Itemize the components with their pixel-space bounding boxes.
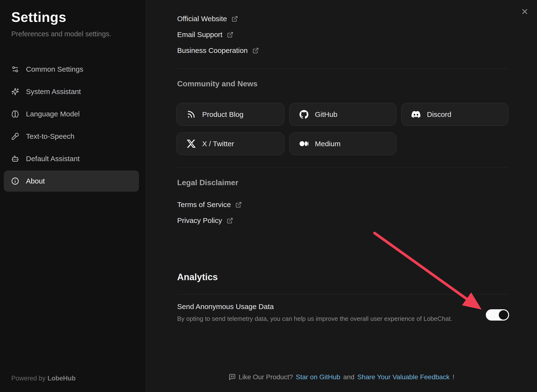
sidebar-item-common-settings[interactable]: Common Settings	[4, 59, 139, 80]
mic-icon	[11, 133, 19, 140]
close-button[interactable]	[520, 6, 530, 17]
sidebar-menu: Common Settings System Assistant Languag…	[4, 59, 139, 193]
toggle-knob	[499, 310, 508, 320]
footer-text: !	[452, 373, 454, 381]
community-section-title: Community and News	[177, 79, 257, 88]
page-title: Settings	[11, 9, 66, 25]
usage-data-label: Send Anonymous Usage Data	[177, 303, 274, 311]
page-subtitle: Preferences and model settings.	[11, 30, 111, 38]
info-icon	[11, 177, 19, 185]
x-twitter-button[interactable]: X / Twitter	[176, 132, 284, 155]
business-cooperation-link[interactable]: Business Cooperation	[177, 46, 259, 55]
footer-text: and	[343, 373, 355, 381]
external-link-icon	[227, 217, 233, 224]
sidebar-item-label: Common Settings	[26, 65, 83, 73]
external-link-icon	[231, 16, 238, 22]
sidebar-item-label: Default Assistant	[26, 155, 80, 163]
powered-by-text: Powered by	[11, 375, 46, 382]
contact-section-title: Contact Us	[177, 0, 219, 2]
rss-icon	[187, 110, 196, 119]
sliders-icon	[11, 65, 19, 73]
github-icon	[300, 110, 308, 119]
medium-icon	[300, 139, 308, 148]
sidebar-item-label: System Assistant	[26, 88, 81, 96]
settings-sidebar: Settings Preferences and model settings.…	[0, 0, 146, 392]
bot-icon	[11, 155, 19, 163]
sidebar-item-about[interactable]: About	[4, 171, 139, 192]
discord-button[interactable]: Discord	[401, 103, 508, 126]
footer-text: Like Our Product?	[239, 373, 293, 381]
sidebar-item-label: Text-to-Speech	[26, 132, 75, 140]
about-panel: Contact Us Official Website Email Suppor…	[146, 0, 537, 392]
brand-name: LobeHub	[48, 375, 76, 382]
official-website-link[interactable]: Official Website	[177, 15, 238, 23]
external-link-icon	[227, 32, 233, 38]
feedback-footer: Like Our Product? Star on GitHub and Sha…	[146, 373, 537, 381]
external-link-icon	[252, 47, 259, 54]
sidebar-item-label: About	[26, 177, 45, 185]
medium-button[interactable]: Medium	[289, 132, 396, 155]
powered-by: Powered byLobeHub	[11, 375, 76, 382]
close-icon	[521, 7, 529, 16]
brain-icon	[11, 110, 19, 118]
analytics-section-title: Analytics	[177, 272, 218, 282]
settings-dialog: Settings Preferences and model settings.…	[0, 0, 537, 392]
usage-data-description: By opting to send telemetry data, you ca…	[177, 315, 452, 322]
sidebar-item-label: Language Model	[26, 110, 80, 118]
section-divider	[177, 294, 508, 294]
star-on-github-link[interactable]: Star on GitHub	[296, 373, 340, 381]
community-buttons: Product Blog GitHub Discord X / Twitter …	[176, 103, 508, 155]
discord-icon	[412, 110, 420, 119]
terms-of-service-link[interactable]: Terms of Service	[177, 201, 242, 209]
usage-data-toggle[interactable]	[486, 309, 509, 321]
external-link-icon	[235, 202, 242, 208]
share-feedback-link[interactable]: Share Your Valuable Feedback	[357, 373, 450, 381]
section-divider	[177, 167, 508, 168]
section-divider	[177, 69, 508, 69]
legal-section-title: Legal Disclaimer	[177, 178, 238, 187]
sidebar-item-text-to-speech[interactable]: Text-to-Speech	[4, 126, 139, 147]
sidebar-item-language-model[interactable]: Language Model	[4, 103, 139, 125]
x-twitter-icon	[187, 139, 196, 148]
email-support-link[interactable]: Email Support	[177, 31, 233, 39]
message-quote-icon	[229, 373, 236, 381]
sidebar-item-default-assistant[interactable]: Default Assistant	[4, 148, 139, 169]
sparkles-icon	[11, 88, 19, 95]
privacy-policy-link[interactable]: Privacy Policy	[177, 216, 233, 225]
product-blog-button[interactable]: Product Blog	[176, 103, 284, 126]
github-button[interactable]: GitHub	[289, 103, 396, 126]
sidebar-item-system-assistant[interactable]: System Assistant	[4, 81, 139, 102]
